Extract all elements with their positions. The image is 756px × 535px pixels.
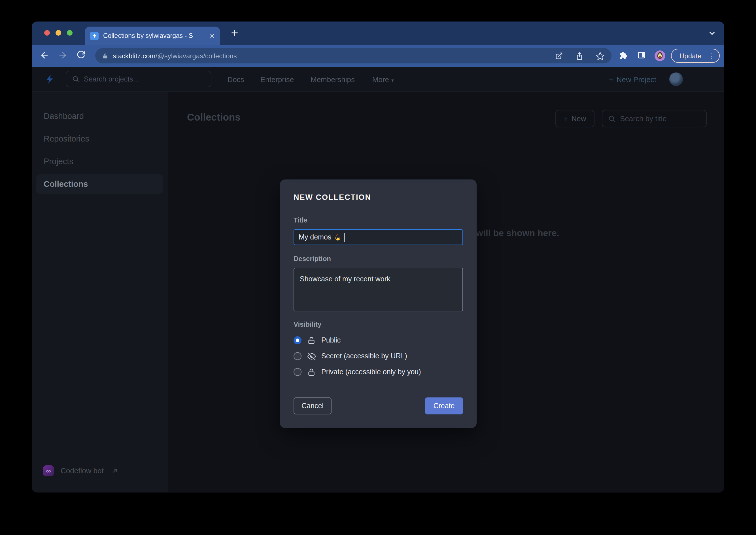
reload-icon[interactable] [76, 50, 86, 59]
plus-icon: + [563, 114, 568, 123]
visibility-label: Visibility [293, 321, 321, 328]
option-label: Secret (accessible by URL) [321, 352, 407, 360]
user-avatar[interactable] [669, 72, 683, 86]
nav-more[interactable]: More▾ [372, 75, 394, 83]
visibility-option-private[interactable]: Private (accessible only by you) [293, 365, 421, 379]
page-title: Collections [187, 112, 241, 124]
sidebar-item-repositories[interactable]: Repositories [36, 129, 163, 148]
modal-title: NEW COLLECTION [293, 193, 371, 202]
new-collection-modal: NEW COLLECTION Title My demos Descriptio… [280, 180, 477, 428]
new-project-button[interactable]: + New Project [609, 67, 656, 92]
text-cursor [344, 233, 344, 241]
empty-state-text: will be shown here. [476, 228, 559, 238]
nav-memberships[interactable]: Memberships [311, 75, 355, 83]
flame-emoji-icon [334, 233, 341, 241]
sidebar-item-projects[interactable]: Projects [36, 152, 163, 171]
description-field-label: Description [293, 255, 331, 263]
site-header: Search projects... Docs Enterprise Membe… [32, 67, 724, 92]
new-collection-button[interactable]: + New [556, 110, 594, 127]
traffic-lights [44, 30, 73, 36]
browser-toolbar: stackblitz.com/@sylwiavargas/collections [32, 45, 724, 67]
tab-close-icon[interactable] [210, 33, 215, 38]
eye-off-icon [307, 352, 316, 360]
codeflow-bot-icon: ∞ [43, 465, 54, 476]
external-arrow-icon [112, 467, 118, 474]
browser-profile-avatar[interactable] [654, 50, 665, 61]
create-button[interactable]: Create [425, 397, 463, 414]
browser-menu-dots-icon[interactable]: ⋮ [709, 52, 715, 59]
sidebar-item-collections[interactable]: Collections [36, 174, 163, 194]
description-textarea[interactable]: Showcase of my recent work [293, 268, 463, 311]
nav-enterprise[interactable]: Enterprise [260, 75, 294, 83]
codeflow-bot-link[interactable]: ∞ Codeflow bot [43, 465, 118, 476]
tab-search-chevron-down-icon[interactable] [708, 29, 716, 37]
share-icon[interactable] [575, 51, 584, 60]
chevron-down-icon: ▾ [391, 77, 394, 83]
option-label: Public [321, 336, 341, 344]
plus-icon: + [609, 75, 613, 83]
sidebar: Dashboard Repositories Projects Collecti… [32, 92, 168, 492]
visibility-option-public[interactable]: Public [293, 333, 341, 347]
open-in-window-icon[interactable] [555, 51, 563, 60]
radio-unselected[interactable] [293, 352, 301, 360]
nav-docs[interactable]: Docs [227, 75, 244, 83]
update-label: Update [680, 52, 701, 60]
lock-icon [307, 368, 316, 376]
back-icon[interactable] [40, 50, 49, 60]
side-panel-icon[interactable] [637, 51, 646, 59]
title-input-value: My demos [299, 233, 331, 241]
stackblitz-favicon-bolt-icon [90, 31, 99, 40]
address-bar[interactable]: stackblitz.com/@sylwiavargas/collections [95, 48, 612, 63]
browser-window: Collections by sylwiavargas - S [32, 21, 724, 493]
title-input[interactable]: My demos [293, 229, 463, 245]
bookmark-star-icon[interactable] [596, 51, 605, 60]
url-text: stackblitz.com/@sylwiavargas/collections [113, 52, 237, 60]
codeflow-bot-label: Codeflow bot [61, 466, 104, 475]
minimize-window-button[interactable] [55, 30, 61, 36]
browser-tab[interactable]: Collections by sylwiavargas - S [85, 27, 220, 45]
stackblitz-page: Search projects... Docs Enterprise Membe… [32, 67, 724, 493]
cancel-button[interactable]: Cancel [293, 397, 332, 414]
tls-lock-icon[interactable] [102, 52, 108, 59]
search-icon [608, 115, 616, 122]
unlock-icon [307, 336, 316, 345]
tab-title: Collections by sylwiavargas - S [103, 32, 207, 39]
visibility-option-secret[interactable]: Secret (accessible by URL) [293, 349, 407, 363]
browser-tab-strip: Collections by sylwiavargas - S [32, 21, 724, 45]
close-window-button[interactable] [44, 30, 50, 36]
radio-unselected[interactable] [293, 368, 301, 376]
collection-search-placeholder: Search by title [620, 114, 667, 123]
extensions-puzzle-icon[interactable] [619, 51, 628, 60]
option-label: Private (accessible only by you) [321, 368, 421, 376]
description-value: Showcase of my recent work [300, 275, 390, 283]
desktop: Collections by sylwiavargas - S [0, 0, 756, 535]
new-tab-button[interactable] [230, 28, 239, 37]
radio-selected[interactable] [293, 336, 301, 344]
title-field-label: Title [293, 216, 307, 224]
collection-search-input[interactable]: Search by title [602, 110, 707, 127]
tab-title-fade [193, 32, 207, 39]
forward-icon[interactable] [58, 50, 68, 60]
sidebar-item-dashboard[interactable]: Dashboard [36, 106, 163, 126]
zoom-window-button[interactable] [67, 30, 73, 36]
chrome-update-button[interactable]: Update ⋮ [671, 49, 720, 63]
